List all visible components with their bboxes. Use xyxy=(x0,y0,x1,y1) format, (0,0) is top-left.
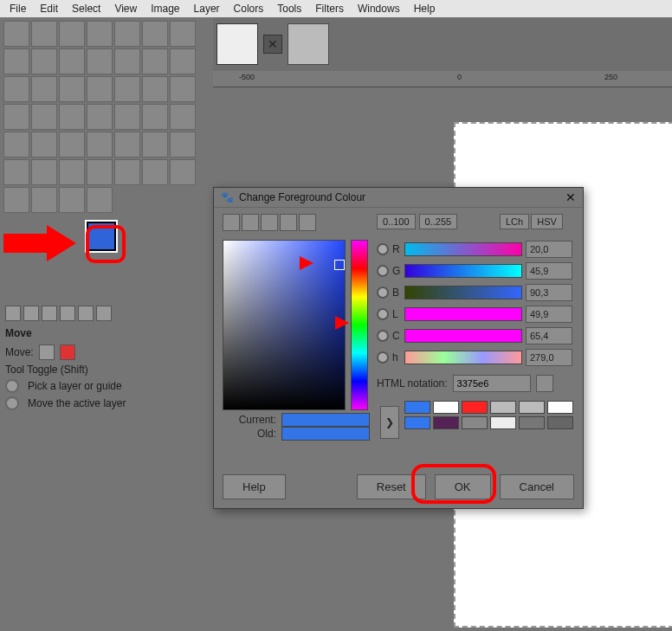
tool-button[interactable] xyxy=(142,21,168,47)
option-icon[interactable] xyxy=(42,306,57,321)
tool-button[interactable] xyxy=(87,76,113,102)
color-swatch[interactable] xyxy=(433,401,459,414)
color-swatch[interactable] xyxy=(462,401,488,414)
tool-button[interactable] xyxy=(3,48,29,74)
menu-edit[interactable]: Edit xyxy=(34,1,64,16)
image-tab[interactable] xyxy=(288,23,329,65)
move-target-icon[interactable] xyxy=(39,344,55,360)
menu-image[interactable]: Image xyxy=(145,1,185,16)
menu-file[interactable]: File xyxy=(3,1,32,16)
menu-windows[interactable]: Windows xyxy=(352,1,406,16)
image-tab[interactable] xyxy=(216,23,258,65)
color-swatch[interactable] xyxy=(547,416,573,429)
tool-button[interactable] xyxy=(59,132,85,158)
range-0-100-button[interactable]: 0..100 xyxy=(377,214,416,229)
value-R[interactable]: 20,0 xyxy=(526,241,572,258)
color-swatch[interactable] xyxy=(433,416,459,429)
tool-button[interactable] xyxy=(87,104,113,130)
tool-button[interactable] xyxy=(31,187,57,213)
tool-button[interactable] xyxy=(170,104,196,130)
close-tab-icon[interactable]: ✕ xyxy=(263,35,282,54)
slider-R[interactable] xyxy=(404,242,522,256)
tool-button[interactable] xyxy=(170,159,196,185)
tool-button[interactable] xyxy=(142,132,168,158)
tool-button[interactable] xyxy=(114,76,140,102)
tool-button[interactable] xyxy=(3,132,29,158)
color-swatch[interactable] xyxy=(519,416,545,429)
tool-button[interactable] xyxy=(59,21,85,47)
help-button[interactable]: Help xyxy=(223,474,286,499)
tool-button[interactable] xyxy=(142,76,168,102)
menu-help[interactable]: Help xyxy=(408,1,442,16)
tool-button[interactable] xyxy=(87,159,113,185)
picker-tab[interactable] xyxy=(299,214,316,231)
tool-button[interactable] xyxy=(3,104,29,130)
tool-button[interactable] xyxy=(31,159,57,185)
move-target-icon[interactable] xyxy=(60,344,75,360)
tool-button[interactable] xyxy=(170,48,196,74)
radio-L[interactable] xyxy=(377,308,389,320)
close-icon[interactable]: ✕ xyxy=(565,190,576,204)
tool-button[interactable] xyxy=(3,187,29,213)
option-icon[interactable] xyxy=(96,306,112,321)
value-C[interactable]: 65,4 xyxy=(526,327,572,344)
tool-button[interactable] xyxy=(87,21,113,47)
tool-button[interactable] xyxy=(114,159,140,185)
radio-C[interactable] xyxy=(377,330,389,342)
radio-G[interactable] xyxy=(377,265,389,277)
tool-button[interactable] xyxy=(87,48,113,74)
radio-move-active[interactable] xyxy=(5,396,19,410)
menu-layer[interactable]: Layer xyxy=(188,1,226,16)
tool-button[interactable] xyxy=(59,159,85,185)
tool-button[interactable] xyxy=(142,159,168,185)
model-lch-button[interactable]: LCh xyxy=(500,214,529,229)
picker-tab[interactable] xyxy=(242,214,259,231)
tool-button[interactable] xyxy=(142,104,168,130)
color-swatch[interactable] xyxy=(404,416,430,429)
picker-tab[interactable] xyxy=(261,214,278,231)
tool-button[interactable] xyxy=(170,76,196,102)
color-swatch[interactable] xyxy=(462,416,488,429)
tool-button[interactable] xyxy=(142,48,168,74)
tool-button[interactable] xyxy=(31,76,57,102)
tool-button[interactable] xyxy=(31,132,57,158)
slider-C[interactable] xyxy=(404,329,522,343)
slider-L[interactable] xyxy=(404,307,522,321)
tool-button[interactable] xyxy=(3,76,29,102)
tool-button[interactable] xyxy=(87,132,113,158)
tool-button[interactable] xyxy=(114,21,140,47)
value-L[interactable]: 49,9 xyxy=(526,306,572,323)
value-B[interactable]: 90,3 xyxy=(526,284,572,301)
tool-button[interactable] xyxy=(170,21,196,47)
tool-button[interactable] xyxy=(114,104,140,130)
hue-slider[interactable] xyxy=(351,240,368,410)
tool-button[interactable] xyxy=(59,48,85,74)
option-icon[interactable] xyxy=(23,306,39,321)
tool-button[interactable] xyxy=(114,48,140,74)
option-icon[interactable] xyxy=(78,306,94,321)
eyedropper-icon[interactable] xyxy=(536,375,553,392)
tool-button[interactable] xyxy=(114,132,140,158)
palette-expand-button[interactable]: ❯ xyxy=(380,406,399,439)
menu-view[interactable]: View xyxy=(108,1,143,16)
color-swatch[interactable] xyxy=(547,401,573,414)
option-icon[interactable] xyxy=(5,306,21,321)
picker-tab[interactable] xyxy=(280,214,297,231)
menu-tools[interactable]: Tools xyxy=(271,1,307,16)
cancel-button[interactable]: Cancel xyxy=(500,474,574,499)
color-swatch[interactable] xyxy=(490,401,516,414)
value-G[interactable]: 45,9 xyxy=(526,262,572,280)
color-swatch[interactable] xyxy=(519,401,545,414)
menu-select[interactable]: Select xyxy=(66,1,107,16)
tool-button[interactable] xyxy=(3,159,29,185)
tool-button[interactable] xyxy=(31,48,57,74)
option-icon[interactable] xyxy=(60,306,75,321)
slider-G[interactable] xyxy=(404,264,522,278)
color-field[interactable] xyxy=(223,240,346,410)
range-0-255-button[interactable]: 0..255 xyxy=(419,214,458,229)
tool-button[interactable] xyxy=(3,21,29,47)
color-swatch[interactable] xyxy=(404,401,430,414)
tool-button[interactable] xyxy=(87,187,113,213)
tool-button[interactable] xyxy=(31,21,57,47)
radio-R[interactable] xyxy=(377,243,389,255)
